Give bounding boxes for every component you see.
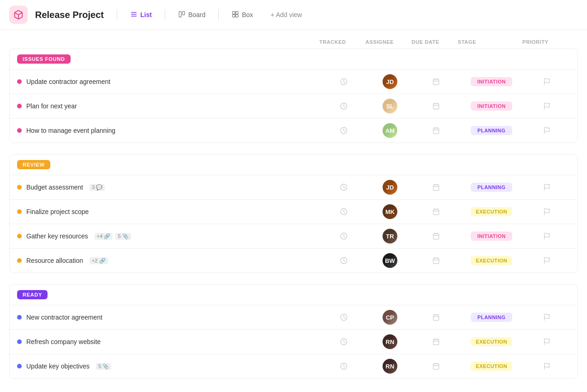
svg-rect-55 <box>433 364 439 369</box>
stage-cell[interactable]: INITIATION <box>459 77 524 86</box>
avatar: TR <box>383 229 397 244</box>
assignee-cell[interactable]: AM <box>367 123 413 138</box>
svg-rect-40 <box>433 258 439 264</box>
task-status-dot <box>17 209 22 214</box>
priority-cell[interactable] <box>524 127 570 134</box>
table-row[interactable]: New contractor agreementCPPLANNING <box>10 305 577 329</box>
stage-cell[interactable]: PLANNING <box>459 126 524 135</box>
stage-badge: EXECUTION <box>471 337 512 346</box>
due-date-cell[interactable] <box>413 232 459 240</box>
stage-cell[interactable]: INITIATION <box>459 101 524 111</box>
stage-cell[interactable]: EXECUTION <box>459 362 524 371</box>
stage-cell[interactable]: PLANNING <box>459 313 524 322</box>
tracked-cell[interactable] <box>321 232 367 240</box>
nav-box[interactable]: Box <box>226 8 258 22</box>
avatar: RN <box>383 359 397 374</box>
table-row[interactable]: Gather key resources+4 🔗5 📎TRINITIATION <box>10 224 577 248</box>
section-review: REVIEWBudget assessment3 💬JDPLANNINGFina… <box>9 154 578 273</box>
due-date-cell[interactable] <box>413 184 459 191</box>
box-icon <box>232 11 239 19</box>
avatar: JD <box>383 180 397 195</box>
table-row[interactable]: Finalize project scopeMKEXECUTION <box>10 199 577 224</box>
nav-board[interactable]: Board <box>173 8 211 22</box>
assignee-cell[interactable]: CP <box>367 310 413 325</box>
section-badge-ready[interactable]: READY <box>17 290 48 299</box>
svg-rect-5 <box>182 12 185 15</box>
col-priority: PRIORITY <box>522 39 569 45</box>
priority-cell[interactable] <box>524 362 570 370</box>
task-name-cell: Refresh company website <box>17 338 321 345</box>
meta-badge: +4 🔗 <box>95 233 113 240</box>
task-status-dot <box>17 185 22 190</box>
stage-cell[interactable]: INITIATION <box>459 232 524 241</box>
table-row[interactable]: Resource allocation+2 🔗BWEXECUTION <box>10 248 577 273</box>
avatar: SL <box>383 99 397 113</box>
assignee-cell[interactable]: RN <box>367 334 413 349</box>
tracked-cell[interactable] <box>321 313 367 321</box>
table-row[interactable]: Plan for next yearSLINITIATION <box>10 94 577 118</box>
svg-rect-45 <box>433 315 439 321</box>
assignee-cell[interactable]: RN <box>367 359 413 374</box>
header: Release Project List Board Box + Add vi <box>0 0 587 30</box>
assignee-cell[interactable]: MK <box>367 204 413 219</box>
tracked-cell[interactable] <box>321 102 367 110</box>
section-badge-review[interactable]: REVIEW <box>17 160 50 169</box>
svg-rect-50 <box>433 339 439 345</box>
priority-cell[interactable] <box>524 102 570 110</box>
priority-cell[interactable] <box>524 78 570 85</box>
table-row[interactable]: How to manage event planningAMPLANNING <box>10 118 577 143</box>
task-status-dot <box>17 315 22 320</box>
svg-rect-8 <box>233 14 235 17</box>
task-name-label: Refresh company website <box>26 338 101 345</box>
due-date-cell[interactable] <box>413 257 459 264</box>
col-tracked: TRACKED <box>319 39 365 45</box>
due-date-cell[interactable] <box>413 208 459 215</box>
add-view-button[interactable]: + Add view <box>266 8 306 21</box>
section-badge-issues-found[interactable]: ISSUES FOUND <box>17 54 71 64</box>
task-name-label: How to manage event planning <box>26 127 115 134</box>
tracked-cell[interactable] <box>321 362 367 370</box>
task-status-dot <box>17 79 22 84</box>
tracked-cell[interactable] <box>321 126 367 135</box>
table-row[interactable]: Budget assessment3 💬JDPLANNING <box>10 175 577 199</box>
tracked-cell[interactable] <box>321 338 367 346</box>
avatar: JD <box>383 74 397 89</box>
priority-cell[interactable] <box>524 314 570 321</box>
avatar: CP <box>383 310 397 325</box>
avatar: RN <box>383 334 397 349</box>
due-date-cell[interactable] <box>413 314 459 321</box>
tracked-cell[interactable] <box>321 208 367 216</box>
stage-cell[interactable]: EXECUTION <box>459 256 524 265</box>
section-ready: READYNew contractor agreementCPPLANNINGR… <box>9 284 578 379</box>
assignee-cell[interactable]: BW <box>367 253 413 268</box>
due-date-cell[interactable] <box>413 338 459 345</box>
table-row[interactable]: Refresh company websiteRNEXECUTION <box>10 329 577 354</box>
priority-cell[interactable] <box>524 184 570 191</box>
assignee-cell[interactable]: SL <box>367 99 413 113</box>
assignee-cell[interactable]: JD <box>367 180 413 195</box>
due-date-cell[interactable] <box>413 127 459 134</box>
task-status-dot <box>17 364 22 368</box>
priority-cell[interactable] <box>524 257 570 264</box>
stage-cell[interactable]: PLANNING <box>459 183 524 192</box>
table-row[interactable]: Update contractor agreementJDINITIATION <box>10 69 577 94</box>
stage-cell[interactable]: EXECUTION <box>459 337 524 346</box>
due-date-cell[interactable] <box>413 78 459 85</box>
tracked-cell[interactable] <box>321 77 367 86</box>
svg-rect-35 <box>433 234 439 239</box>
tracked-cell[interactable] <box>321 256 367 265</box>
table-row[interactable]: Update key objectives5 📎RNEXECUTION <box>10 354 577 378</box>
priority-cell[interactable] <box>524 338 570 345</box>
priority-cell[interactable] <box>524 232 570 240</box>
meta-badge: 5 📎 <box>115 233 131 240</box>
stage-cell[interactable]: EXECUTION <box>459 207 524 216</box>
assignee-cell[interactable]: TR <box>367 229 413 244</box>
due-date-cell[interactable] <box>413 362 459 370</box>
tracked-cell[interactable] <box>321 183 367 191</box>
priority-cell[interactable] <box>524 208 570 215</box>
nav-list[interactable]: List <box>125 8 157 22</box>
task-meta: +4 🔗5 📎 <box>95 233 131 240</box>
assignee-cell[interactable]: JD <box>367 74 413 89</box>
due-date-cell[interactable] <box>413 102 459 110</box>
task-meta: +2 🔗 <box>90 257 108 264</box>
